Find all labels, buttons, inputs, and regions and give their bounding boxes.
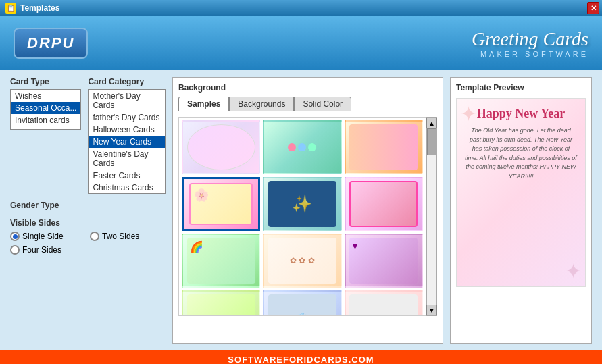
thumb-12[interactable] xyxy=(345,290,423,316)
gender-type-label: Gender Type xyxy=(10,201,166,210)
radio-two-sides[interactable]: Two Sides xyxy=(90,232,166,241)
radio-four-sides-label: Four Sides xyxy=(22,245,61,255)
cat-mothers-day[interactable]: Mother's Day Cards xyxy=(89,90,165,111)
radio-four-sides[interactable]: Four Sides xyxy=(10,245,86,255)
tab-backgrounds[interactable]: Backgrounds xyxy=(229,97,294,111)
thumb-6[interactable] xyxy=(345,177,423,231)
tab-samples[interactable]: Samples xyxy=(178,97,229,111)
radio-four-sides-dot xyxy=(10,245,20,255)
cat-fathers-day[interactable]: father's Day Cards xyxy=(89,111,165,124)
logo: DRPU xyxy=(14,28,88,59)
header-title: Greeting Cards MAKER SOFTWARE xyxy=(472,28,588,58)
thumb-5[interactable]: ✨ xyxy=(263,177,341,231)
background-title: Background xyxy=(178,83,437,93)
card-type-wishes[interactable]: Wishes xyxy=(11,90,80,102)
thumb-9[interactable]: ♥ xyxy=(345,234,423,288)
watermark-bar: SOFTWAREFORIDCARDS.COM xyxy=(0,350,602,364)
card-category-label: Card Category xyxy=(88,77,166,86)
title-bar-icon: 📋 xyxy=(5,3,16,14)
cat-new-year[interactable]: New Year Cards xyxy=(89,136,165,148)
radio-single-side-dot xyxy=(10,232,20,241)
preview-card-title: Happy New Year xyxy=(477,107,565,121)
close-button[interactable]: ✕ xyxy=(587,2,599,14)
card-category-list[interactable]: Mother's Day Cards father's Day Cards Ha… xyxy=(88,89,166,194)
preview-card-text: The Old Year has gone. Let the dead past… xyxy=(465,126,577,181)
center-panel: Background Samples Backgrounds Solid Col… xyxy=(172,77,443,344)
scroll-track xyxy=(427,128,436,305)
scroll-down-button[interactable]: ▼ xyxy=(426,305,437,315)
background-section: Background Samples Backgrounds Solid Col… xyxy=(172,77,443,344)
thumb-2[interactable] xyxy=(263,120,341,174)
visible-sides-section: Visible Sides Single Side Two Sides Four… xyxy=(10,218,166,255)
card-type-label: Card Type xyxy=(10,77,81,86)
card-type-list[interactable]: Wishes Seasonal Occa... Invitation cards xyxy=(10,89,81,130)
background-tabs: Samples Backgrounds Solid Color xyxy=(178,97,437,111)
watermark-text: SOFTWAREFORIDCARDS.COM xyxy=(228,355,374,364)
visible-sides-label: Visible Sides xyxy=(10,218,166,228)
preview-title: Template Preview xyxy=(456,83,586,93)
cat-christmas[interactable]: Christmas Cards xyxy=(89,182,165,194)
thumb-11[interactable]: ❄️ xyxy=(263,290,341,316)
card-type-seasonal[interactable]: Seasonal Occa... xyxy=(11,102,80,114)
thumbnails-grid: 🌸 ✨ 🌈 xyxy=(179,118,426,316)
card-type-section: Card Type Wishes Seasonal Occa... Invita… xyxy=(10,77,166,194)
radio-group: Single Side Two Sides Four Sides xyxy=(10,232,166,255)
cat-halloween[interactable]: Halloween Cards xyxy=(89,124,165,136)
radio-single-side-label: Single Side xyxy=(22,232,64,241)
tab-solid-color[interactable]: Solid Color xyxy=(294,97,351,111)
cat-valentines[interactable]: Valentine's Day Cards xyxy=(89,148,165,170)
thumb-7[interactable]: 🌈 xyxy=(182,234,260,288)
thumb-3[interactable] xyxy=(345,120,423,174)
deco-topleft: ✦ xyxy=(460,102,477,126)
right-panel: Template Preview ✦ Happy New Year The Ol… xyxy=(450,77,592,344)
scroll-up-button[interactable]: ▲ xyxy=(426,118,437,128)
thumb-4[interactable]: 🌸 xyxy=(182,177,260,231)
thumbnails-area: 🌸 ✨ 🌈 xyxy=(178,117,437,316)
title-bar: 📋 Templates ✕ xyxy=(0,0,602,16)
thumb-10[interactable]: ♥ ♥ ♥ xyxy=(182,290,260,316)
scrollbar[interactable]: ▲ ▼ xyxy=(426,117,437,316)
radio-two-sides-label: Two Sides xyxy=(102,232,139,241)
main-content: Card Type Wishes Seasonal Occa... Invita… xyxy=(0,70,602,350)
radio-two-sides-dot xyxy=(90,232,99,241)
app-subtitle: MAKER SOFTWARE xyxy=(472,50,588,58)
radio-single-side[interactable]: Single Side xyxy=(10,232,86,241)
preview-section: Template Preview ✦ Happy New Year The Ol… xyxy=(450,77,592,344)
app-title: Greeting Cards xyxy=(472,28,588,50)
deco-bottomright: ✦ xyxy=(565,259,582,283)
title-bar-text: Templates xyxy=(20,3,59,13)
thumb-8[interactable]: ✿ ✿ ✿ xyxy=(263,234,341,288)
preview-card: ✦ Happy New Year The Old Year has gone. … xyxy=(456,98,586,287)
thumbnails-grid-wrapper[interactable]: 🌸 ✨ 🌈 xyxy=(178,117,426,316)
scroll-thumb[interactable] xyxy=(427,128,436,155)
left-panel: Card Type Wishes Seasonal Occa... Invita… xyxy=(10,77,166,344)
thumb-1[interactable] xyxy=(182,120,260,174)
gender-type-section: Gender Type xyxy=(10,201,166,210)
header: DRPU Greeting Cards MAKER SOFTWARE xyxy=(0,16,602,70)
card-type-invitation[interactable]: Invitation cards xyxy=(11,114,80,126)
cat-easter[interactable]: Easter Cards xyxy=(89,170,165,182)
